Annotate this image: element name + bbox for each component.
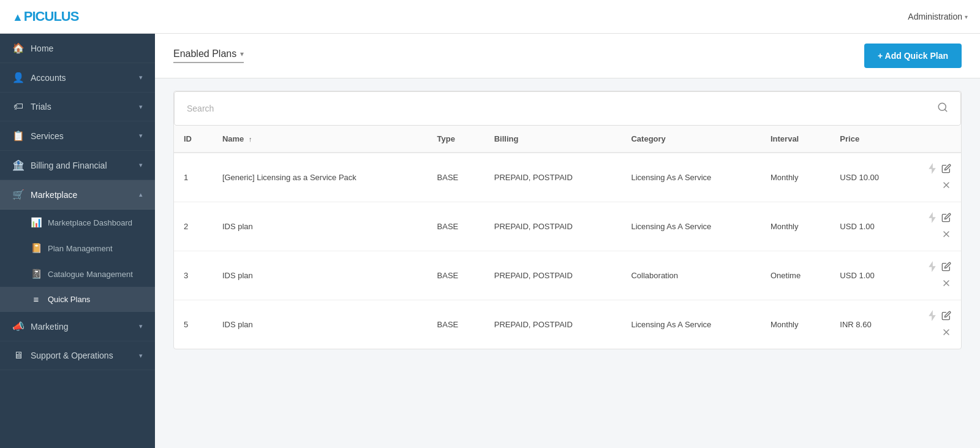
- cell-price: USD 1.00: [830, 251, 912, 300]
- lightning-action-icon[interactable]: [928, 261, 937, 272]
- edit-action-icon[interactable]: [941, 164, 951, 173]
- cell-billing: PREPAID, POSTPAID: [484, 202, 622, 251]
- sidebar-item-services-label: Services: [31, 131, 133, 141]
- col-name[interactable]: Name ↑: [213, 126, 428, 153]
- lightning-action-icon[interactable]: [928, 163, 937, 174]
- cell-category: Licensing As A Service: [621, 300, 761, 349]
- support-icon: 🖥: [12, 350, 24, 361]
- quick-plans-icon: ≡: [31, 294, 42, 305]
- cell-type: BASE: [428, 251, 484, 300]
- marketplace-caret: ▴: [139, 191, 143, 199]
- cell-interval: Monthly: [761, 202, 830, 251]
- cell-id: 1: [174, 153, 213, 202]
- plans-table: ID Name ↑ Type Billing Category Interval…: [174, 126, 961, 349]
- cell-interval: Monthly: [761, 300, 830, 349]
- billing-caret: ▾: [139, 161, 143, 169]
- disable-action-icon[interactable]: [941, 327, 951, 337]
- lightning-action-icon[interactable]: [928, 310, 937, 321]
- sidebar-sub-item-quick-plans-label: Quick Plans: [48, 295, 90, 304]
- sidebar-item-trials[interactable]: 🏷 Trials ▾: [0, 93, 155, 121]
- sidebar-item-marketplace[interactable]: 🛒 Marketplace ▴: [0, 180, 155, 210]
- edit-action-icon[interactable]: [941, 262, 951, 271]
- edit-action-icon[interactable]: [941, 311, 951, 321]
- plan-management-icon: 📔: [31, 243, 42, 254]
- add-quick-plan-button[interactable]: + Add Quick Plan: [864, 44, 962, 68]
- sidebar-item-support[interactable]: 🖥 Support & Operations ▾: [0, 341, 155, 370]
- table-row: 2 IDS plan BASE PREPAID, POSTPAID Licens…: [174, 202, 961, 251]
- cell-price: USD 1.00: [830, 202, 912, 251]
- cell-interval: Monthly: [761, 153, 830, 202]
- cell-actions: [912, 300, 961, 349]
- table-row: 5 IDS plan BASE PREPAID, POSTPAID Licens…: [174, 300, 961, 349]
- cell-type: BASE: [428, 153, 484, 202]
- table-container: ID Name ↑ Type Billing Category Interval…: [173, 91, 962, 349]
- cell-type: BASE: [428, 202, 484, 251]
- cell-name: IDS plan: [213, 251, 428, 300]
- col-price: Price: [830, 126, 912, 153]
- cell-billing: PREPAID, POSTPAID: [484, 300, 622, 349]
- content-body: ID Name ↑ Type Billing Category Interval…: [155, 78, 980, 362]
- marketplace-icon: 🛒: [12, 189, 24, 200]
- sidebar-item-billing-label: Billing and Financial: [31, 161, 133, 170]
- cell-name: [Generic] Licensing as a Service Pack: [213, 153, 428, 202]
- main-content: Enabled Plans ▾ + Add Quick Plan: [155, 34, 980, 448]
- sidebar-item-services[interactable]: 📋 Services ▾: [0, 121, 155, 151]
- sidebar-sub-item-catalogue-management[interactable]: 📓 Catalogue Management: [0, 261, 155, 287]
- services-caret: ▾: [139, 132, 143, 140]
- sidebar-item-accounts-label: Accounts: [31, 73, 133, 83]
- sidebar-sub-item-marketplace-dashboard[interactable]: 📊 Marketplace Dashboard: [0, 210, 155, 235]
- cell-category: Collaboration: [621, 251, 761, 300]
- top-nav: ▲PICULUS Administration ▾: [0, 0, 980, 34]
- cell-price: USD 10.00: [830, 153, 912, 202]
- sidebar-item-marketing[interactable]: 📣 Marketing ▾: [0, 312, 155, 341]
- lightning-action-icon[interactable]: [928, 212, 937, 223]
- edit-action-icon[interactable]: [941, 213, 951, 222]
- search-input[interactable]: [187, 104, 937, 113]
- accounts-caret: ▾: [139, 74, 143, 82]
- sidebar-sub-item-plan-management-label: Plan Management: [48, 244, 113, 253]
- search-bar: [174, 91, 961, 126]
- logo: ▲PICULUS: [12, 9, 78, 25]
- billing-icon: 🏦: [12, 159, 24, 171]
- cell-id: 3: [174, 251, 213, 300]
- admin-dropdown[interactable]: Administration ▾: [908, 12, 968, 21]
- sidebar-item-accounts[interactable]: 👤 Accounts ▾: [0, 63, 155, 93]
- col-id: ID: [174, 126, 213, 153]
- trials-icon: 🏷: [12, 101, 24, 112]
- catalogue-management-icon: 📓: [31, 268, 42, 279]
- col-type: Type: [428, 126, 484, 153]
- disable-action-icon[interactable]: [941, 229, 951, 239]
- sidebar-item-marketing-label: Marketing: [31, 322, 133, 332]
- cell-category: Licensing As A Service: [621, 202, 761, 251]
- sidebar-item-home-label: Home: [31, 44, 143, 53]
- filter-label: Enabled Plans: [173, 48, 236, 59]
- sidebar-sub-item-marketplace-dashboard-label: Marketplace Dashboard: [48, 218, 132, 227]
- marketing-caret: ▾: [139, 322, 143, 330]
- sidebar-item-billing[interactable]: 🏦 Billing and Financial ▾: [0, 151, 155, 180]
- sidebar-sub-item-plan-management[interactable]: 📔 Plan Management: [0, 235, 155, 261]
- sidebar-sub-item-quick-plans[interactable]: ≡ Quick Plans: [0, 287, 155, 312]
- sidebar-item-home[interactable]: 🏠 Home: [0, 34, 155, 63]
- services-icon: 📋: [12, 130, 24, 142]
- table-row: 1 [Generic] Licensing as a Service Pack …: [174, 153, 961, 202]
- svg-marker-8: [929, 261, 935, 272]
- col-billing: Billing: [484, 126, 622, 153]
- body-layout: 🏠 Home 👤 Accounts ▾ 🏷 Trials ▾ 📋 Service…: [0, 34, 980, 448]
- filter-dropdown[interactable]: Enabled Plans ▾: [173, 48, 244, 63]
- trials-caret: ▾: [139, 103, 143, 111]
- cell-billing: PREPAID, POSTPAID: [484, 153, 622, 202]
- admin-label: Administration: [908, 12, 962, 21]
- sidebar: 🏠 Home 👤 Accounts ▾ 🏷 Trials ▾ 📋 Service…: [0, 34, 155, 448]
- add-plan-label: + Add Quick Plan: [878, 51, 948, 61]
- marketing-icon: 📣: [12, 321, 24, 332]
- marketplace-dashboard-icon: 📊: [31, 217, 42, 228]
- cell-type: BASE: [428, 300, 484, 349]
- home-icon: 🏠: [12, 42, 24, 54]
- content-header: Enabled Plans ▾ + Add Quick Plan: [155, 34, 980, 78]
- col-category: Category: [621, 126, 761, 153]
- sort-arrow-name: ↑: [249, 135, 252, 143]
- support-caret: ▾: [139, 352, 143, 360]
- disable-action-icon[interactable]: [941, 278, 951, 288]
- disable-action-icon[interactable]: [941, 180, 951, 190]
- cell-id: 2: [174, 202, 213, 251]
